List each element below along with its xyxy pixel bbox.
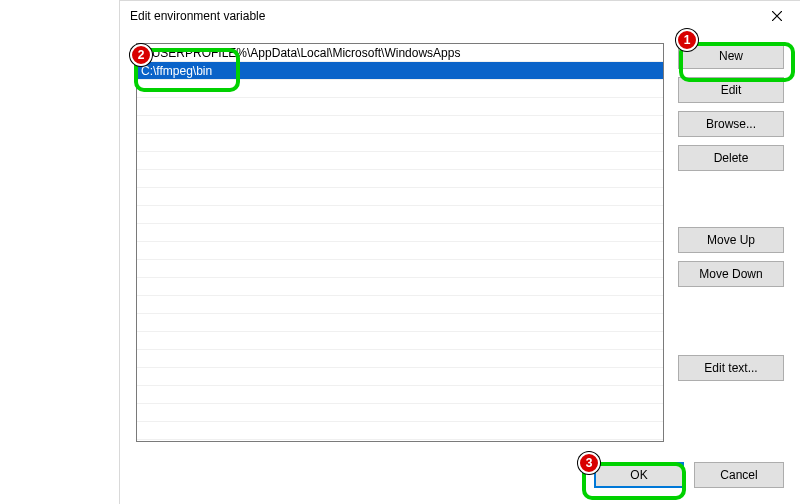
- path-row[interactable]: [137, 242, 663, 260]
- path-row[interactable]: [137, 296, 663, 314]
- path-row[interactable]: [137, 404, 663, 422]
- browse-button[interactable]: Browse...: [678, 111, 784, 137]
- close-button[interactable]: [754, 1, 800, 31]
- path-row[interactable]: [137, 350, 663, 368]
- path-row[interactable]: [137, 368, 663, 386]
- footer: OK Cancel: [120, 454, 800, 504]
- edit-text-button[interactable]: Edit text...: [678, 355, 784, 381]
- path-row[interactable]: [137, 386, 663, 404]
- path-row[interactable]: [137, 170, 663, 188]
- move-down-button[interactable]: Move Down: [678, 261, 784, 287]
- annotation-callout-1: 1: [676, 29, 698, 51]
- annotation-callout-3: 3: [578, 452, 600, 474]
- annotation-callout-2: 2: [130, 44, 152, 66]
- path-row[interactable]: C:\ffmpeg\bin: [137, 62, 663, 80]
- delete-button[interactable]: Delete: [678, 145, 784, 171]
- path-row[interactable]: %USERPROFILE%\AppData\Local\Microsoft\Wi…: [137, 44, 663, 62]
- dialog-body: %USERPROFILE%\AppData\Local\Microsoft\Wi…: [120, 31, 800, 454]
- path-row[interactable]: [137, 206, 663, 224]
- titlebar: Edit environment variable: [120, 1, 800, 31]
- window-title: Edit environment variable: [130, 9, 754, 23]
- dialog-window: Edit environment variable %USERPROFILE%\…: [119, 0, 800, 504]
- path-row[interactable]: [137, 278, 663, 296]
- path-row[interactable]: [137, 98, 663, 116]
- path-row[interactable]: [137, 422, 663, 440]
- path-row[interactable]: [137, 134, 663, 152]
- path-row[interactable]: [137, 314, 663, 332]
- edit-button[interactable]: Edit: [678, 77, 784, 103]
- path-row[interactable]: [137, 224, 663, 242]
- cancel-button[interactable]: Cancel: [694, 462, 784, 488]
- path-row[interactable]: [137, 332, 663, 350]
- path-row[interactable]: [137, 152, 663, 170]
- path-row[interactable]: [137, 80, 663, 98]
- move-up-button[interactable]: Move Up: [678, 227, 784, 253]
- path-row[interactable]: [137, 116, 663, 134]
- ok-button[interactable]: OK: [594, 462, 684, 488]
- path-row[interactable]: [137, 188, 663, 206]
- path-listbox[interactable]: %USERPROFILE%\AppData\Local\Microsoft\Wi…: [136, 43, 664, 442]
- close-icon: [772, 11, 782, 21]
- path-row[interactable]: [137, 260, 663, 278]
- side-buttons: New Edit Browse... Delete Move Up Move D…: [678, 43, 784, 442]
